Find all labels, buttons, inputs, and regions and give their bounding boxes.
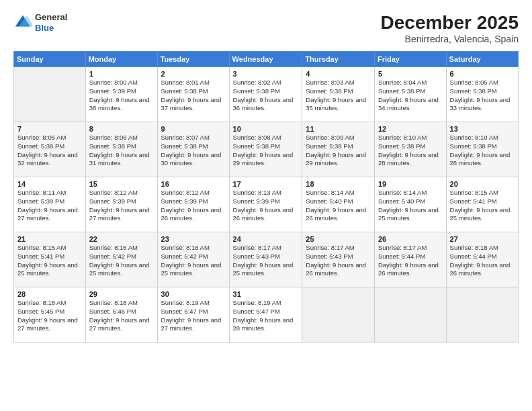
day-number: 25 (306, 235, 371, 243)
day-cell: 23Sunrise: 8:16 AMSunset: 5:42 PMDayligh… (157, 232, 229, 287)
day-number: 16 (161, 180, 226, 188)
header-row: SundayMondayTuesdayWednesdayThursdayFrid… (14, 52, 519, 67)
day-number: 2 (161, 70, 226, 78)
day-number: 11 (306, 125, 371, 133)
day-number: 9 (161, 125, 226, 133)
logo: General Blue (13, 12, 67, 33)
day-number: 21 (17, 235, 82, 243)
day-cell (302, 287, 375, 342)
day-cell: 10Sunrise: 8:08 AMSunset: 5:38 PMDayligh… (229, 122, 302, 177)
day-number: 24 (233, 235, 299, 243)
day-cell: 21Sunrise: 8:15 AMSunset: 5:41 PMDayligh… (14, 232, 86, 287)
day-info: Sunrise: 8:06 AMSunset: 5:38 PMDaylight:… (89, 134, 154, 168)
day-cell: 4Sunrise: 8:03 AMSunset: 5:38 PMDaylight… (302, 67, 375, 122)
col-header-friday: Friday (374, 52, 446, 67)
day-cell: 1Sunrise: 8:00 AMSunset: 5:39 PMDaylight… (85, 67, 157, 122)
day-info: Sunrise: 8:15 AMSunset: 5:41 PMDaylight:… (450, 189, 515, 223)
day-number: 5 (378, 70, 443, 78)
day-cell: 24Sunrise: 8:17 AMSunset: 5:43 PMDayligh… (229, 232, 302, 287)
day-cell: 2Sunrise: 8:01 AMSunset: 5:38 PMDaylight… (157, 67, 229, 122)
day-cell: 16Sunrise: 8:12 AMSunset: 5:39 PMDayligh… (157, 177, 229, 232)
week-row-1: 1Sunrise: 8:00 AMSunset: 5:39 PMDaylight… (14, 67, 519, 122)
day-number: 18 (306, 180, 371, 188)
day-cell: 30Sunrise: 8:19 AMSunset: 5:47 PMDayligh… (157, 287, 229, 342)
day-cell: 17Sunrise: 8:13 AMSunset: 5:39 PMDayligh… (229, 177, 302, 232)
day-info: Sunrise: 8:18 AMSunset: 5:46 PMDaylight:… (89, 299, 154, 333)
day-cell: 15Sunrise: 8:12 AMSunset: 5:39 PMDayligh… (85, 177, 157, 232)
day-info: Sunrise: 8:14 AMSunset: 5:40 PMDaylight:… (378, 189, 443, 223)
page: General Blue December 2025 Benirredra, V… (0, 0, 532, 411)
day-cell: 6Sunrise: 8:05 AMSunset: 5:38 PMDaylight… (446, 67, 518, 122)
calendar-body: 1Sunrise: 8:00 AMSunset: 5:39 PMDaylight… (14, 67, 519, 342)
day-cell (14, 67, 86, 122)
day-info: Sunrise: 8:15 AMSunset: 5:41 PMDaylight:… (17, 244, 82, 278)
week-row-4: 21Sunrise: 8:15 AMSunset: 5:41 PMDayligh… (14, 232, 519, 287)
day-info: Sunrise: 8:12 AMSunset: 5:39 PMDaylight:… (161, 189, 226, 223)
title-block: December 2025 Benirredra, Valencia, Spai… (381, 12, 519, 44)
day-info: Sunrise: 8:11 AMSunset: 5:39 PMDaylight:… (17, 189, 82, 223)
logo-icon (13, 13, 32, 32)
day-cell: 12Sunrise: 8:10 AMSunset: 5:38 PMDayligh… (374, 122, 446, 177)
day-info: Sunrise: 8:05 AMSunset: 5:38 PMDaylight:… (17, 134, 82, 168)
day-info: Sunrise: 8:17 AMSunset: 5:43 PMDaylight:… (306, 244, 371, 278)
logo-text: General Blue (35, 12, 67, 33)
day-number: 1 (89, 70, 154, 78)
day-cell: 20Sunrise: 8:15 AMSunset: 5:41 PMDayligh… (446, 177, 518, 232)
day-info: Sunrise: 8:01 AMSunset: 5:38 PMDaylight:… (161, 79, 226, 113)
day-info: Sunrise: 8:17 AMSunset: 5:43 PMDaylight:… (233, 244, 299, 278)
day-cell: 3Sunrise: 8:02 AMSunset: 5:38 PMDaylight… (229, 67, 302, 122)
day-number: 27 (450, 235, 515, 243)
day-info: Sunrise: 8:08 AMSunset: 5:38 PMDaylight:… (233, 134, 299, 168)
day-number: 13 (450, 125, 515, 133)
day-cell: 28Sunrise: 8:18 AMSunset: 5:45 PMDayligh… (14, 287, 86, 342)
day-number: 12 (378, 125, 443, 133)
day-number: 3 (233, 70, 299, 78)
day-cell: 18Sunrise: 8:14 AMSunset: 5:40 PMDayligh… (302, 177, 375, 232)
day-cell: 14Sunrise: 8:11 AMSunset: 5:39 PMDayligh… (14, 177, 86, 232)
day-number: 29 (89, 290, 154, 298)
day-number: 22 (89, 235, 154, 243)
day-number: 19 (378, 180, 443, 188)
day-number: 20 (450, 180, 515, 188)
day-number: 15 (89, 180, 154, 188)
week-row-2: 7Sunrise: 8:05 AMSunset: 5:38 PMDaylight… (14, 122, 519, 177)
day-info: Sunrise: 8:16 AMSunset: 5:42 PMDaylight:… (161, 244, 226, 278)
day-info: Sunrise: 8:18 AMSunset: 5:45 PMDaylight:… (17, 299, 82, 333)
day-info: Sunrise: 8:19 AMSunset: 5:47 PMDaylight:… (161, 299, 226, 333)
day-number: 17 (233, 180, 299, 188)
week-row-3: 14Sunrise: 8:11 AMSunset: 5:39 PMDayligh… (14, 177, 519, 232)
day-info: Sunrise: 8:00 AMSunset: 5:39 PMDaylight:… (89, 79, 154, 113)
col-header-saturday: Saturday (446, 52, 518, 67)
day-cell: 27Sunrise: 8:18 AMSunset: 5:44 PMDayligh… (446, 232, 518, 287)
calendar-subtitle: Benirredra, Valencia, Spain (381, 34, 519, 44)
day-info: Sunrise: 8:14 AMSunset: 5:40 PMDaylight:… (306, 189, 371, 223)
day-cell: 7Sunrise: 8:05 AMSunset: 5:38 PMDaylight… (14, 122, 86, 177)
day-info: Sunrise: 8:10 AMSunset: 5:38 PMDaylight:… (450, 134, 515, 168)
day-cell: 19Sunrise: 8:14 AMSunset: 5:40 PMDayligh… (374, 177, 446, 232)
day-info: Sunrise: 8:02 AMSunset: 5:38 PMDaylight:… (233, 79, 299, 113)
col-header-sunday: Sunday (14, 52, 86, 67)
day-number: 6 (450, 70, 515, 78)
day-info: Sunrise: 8:04 AMSunset: 5:38 PMDaylight:… (378, 79, 443, 113)
day-cell: 9Sunrise: 8:07 AMSunset: 5:38 PMDaylight… (157, 122, 229, 177)
day-number: 4 (306, 70, 371, 78)
day-cell: 22Sunrise: 8:16 AMSunset: 5:42 PMDayligh… (85, 232, 157, 287)
day-info: Sunrise: 8:17 AMSunset: 5:44 PMDaylight:… (378, 244, 443, 278)
day-cell: 5Sunrise: 8:04 AMSunset: 5:38 PMDaylight… (374, 67, 446, 122)
calendar-header: SundayMondayTuesdayWednesdayThursdayFrid… (14, 52, 519, 67)
day-cell: 13Sunrise: 8:10 AMSunset: 5:38 PMDayligh… (446, 122, 518, 177)
day-number: 26 (378, 235, 443, 243)
logo-blue: Blue (35, 23, 67, 34)
col-header-wednesday: Wednesday (229, 52, 302, 67)
day-info: Sunrise: 8:10 AMSunset: 5:38 PMDaylight:… (378, 134, 443, 168)
day-number: 31 (233, 290, 299, 298)
day-info: Sunrise: 8:19 AMSunset: 5:47 PMDaylight:… (233, 299, 299, 333)
day-cell (374, 287, 446, 342)
day-number: 10 (233, 125, 299, 133)
day-info: Sunrise: 8:05 AMSunset: 5:38 PMDaylight:… (450, 79, 515, 113)
day-info: Sunrise: 8:09 AMSunset: 5:38 PMDaylight:… (306, 134, 371, 168)
day-info: Sunrise: 8:16 AMSunset: 5:42 PMDaylight:… (89, 244, 154, 278)
day-info: Sunrise: 8:03 AMSunset: 5:38 PMDaylight:… (306, 79, 371, 113)
day-number: 28 (17, 290, 82, 298)
day-number: 7 (17, 125, 82, 133)
